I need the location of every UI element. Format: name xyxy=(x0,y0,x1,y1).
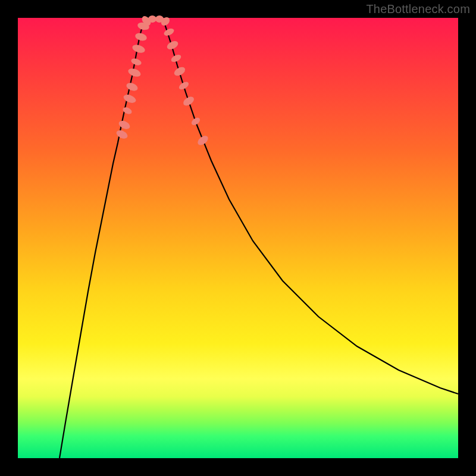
curve-layer xyxy=(18,18,458,458)
marker-dot xyxy=(125,82,139,93)
marker-dot xyxy=(173,65,186,77)
marker-dot xyxy=(117,119,131,130)
marker-dot xyxy=(130,57,142,67)
watermark-label: TheBottleneck.com xyxy=(366,2,470,16)
chart-stage: TheBottleneck.com xyxy=(0,0,476,476)
marker-group xyxy=(115,14,209,147)
marker-dot xyxy=(190,116,202,126)
marker-dot xyxy=(181,95,195,107)
marker-dot xyxy=(148,15,156,23)
marker-dot xyxy=(134,32,148,42)
marker-dot xyxy=(196,134,209,147)
curve-right-branch xyxy=(164,21,458,394)
marker-dot xyxy=(131,43,146,54)
marker-dot xyxy=(123,93,137,104)
marker-dot xyxy=(115,129,129,140)
plot-area xyxy=(18,18,458,458)
marker-dot xyxy=(178,80,190,91)
marker-dot xyxy=(127,67,142,79)
